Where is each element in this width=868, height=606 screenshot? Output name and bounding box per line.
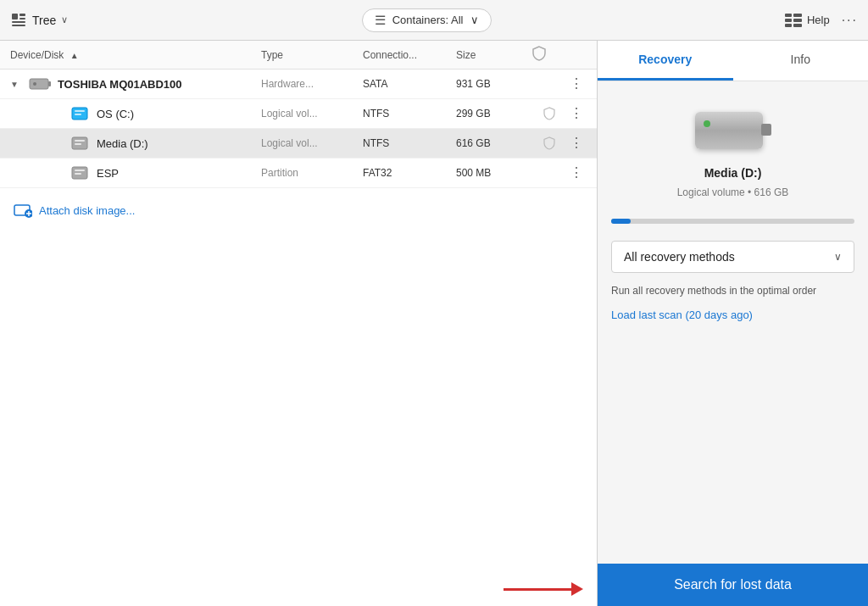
main-layout: Device/Disk ▲ Type Connectio... Size ▼ bbox=[0, 41, 868, 606]
connection-cell: SATA bbox=[363, 78, 456, 90]
drive-name: Media (D:) bbox=[704, 166, 762, 180]
tab-info[interactable]: Info bbox=[733, 41, 869, 81]
tree-menu-button[interactable]: Tree ∨ bbox=[10, 12, 68, 29]
recovery-dropdown-label: All recovery methods bbox=[624, 250, 735, 264]
svg-rect-0 bbox=[12, 14, 18, 19]
device-name-cell: Media (D:) bbox=[10, 136, 261, 151]
svg-rect-22 bbox=[75, 173, 81, 175]
tree-label: Tree bbox=[32, 14, 56, 27]
device-label: Media (D:) bbox=[97, 137, 148, 150]
left-panel: Device/Disk ▲ Type Connectio... Size ▼ bbox=[0, 41, 598, 606]
containers-label: Containers: All bbox=[392, 14, 464, 26]
hdd-icon bbox=[29, 76, 51, 92]
svg-rect-15 bbox=[75, 110, 85, 112]
table-row[interactable]: ESP Partition FAT32 500 MB ⋮ bbox=[0, 158, 597, 188]
red-arrow-container bbox=[0, 572, 597, 606]
svg-rect-21 bbox=[75, 170, 85, 171]
svg-rect-8 bbox=[793, 14, 802, 17]
col-size: Size bbox=[456, 49, 532, 61]
progress-bar-fill bbox=[611, 219, 631, 224]
type-cell: Logical vol... bbox=[261, 108, 363, 120]
containers-chevron-icon: ∨ bbox=[470, 14, 479, 26]
svg-rect-1 bbox=[19, 14, 25, 16]
tabs: Recovery Info bbox=[598, 41, 868, 81]
progress-bar bbox=[611, 219, 854, 224]
table-row[interactable]: ▼ TOSHIBA MQ01ABD100 Hardware... SATA 93… bbox=[0, 69, 597, 99]
device-name-cell: ▼ TOSHIBA MQ01ABD100 bbox=[10, 76, 261, 92]
svg-rect-10 bbox=[793, 24, 802, 27]
hdd-body bbox=[695, 112, 763, 149]
load-scan-link[interactable]: Load last scan (20 days ago) bbox=[611, 309, 854, 321]
svg-point-13 bbox=[33, 82, 36, 86]
recovery-methods-dropdown[interactable]: All recovery methods ∨ bbox=[611, 241, 854, 273]
shield-header-icon bbox=[532, 46, 546, 61]
red-arrow-line bbox=[504, 588, 571, 591]
partition-icon bbox=[71, 165, 90, 181]
device-name-cell: ESP bbox=[10, 165, 261, 181]
expand-arrow-icon[interactable]: ▼ bbox=[10, 80, 19, 89]
containers-icon: ☰ bbox=[375, 13, 386, 28]
svg-rect-6 bbox=[785, 19, 792, 22]
device-name-cell: OS (C:) bbox=[10, 106, 261, 121]
device-label: ESP bbox=[97, 167, 119, 180]
tab-recovery[interactable]: Recovery bbox=[598, 41, 733, 81]
tree-icon bbox=[10, 12, 27, 29]
drive-illustration bbox=[695, 112, 771, 159]
size-cell: 500 MB bbox=[456, 167, 532, 179]
row-more-button[interactable]: ⋮ bbox=[566, 107, 587, 120]
attach-disk-label: Attach disk image... bbox=[39, 204, 135, 217]
col-type: Type bbox=[261, 49, 363, 61]
row-more-icon: ⋮ bbox=[570, 166, 584, 180]
svg-rect-7 bbox=[785, 24, 792, 27]
size-cell: 931 GB bbox=[456, 78, 532, 90]
volume-icon bbox=[71, 136, 90, 151]
col-connection: Connectio... bbox=[363, 49, 456, 61]
connection-cell: FAT32 bbox=[363, 167, 456, 179]
svg-rect-11 bbox=[30, 79, 48, 89]
red-arrow-head bbox=[571, 582, 583, 596]
device-label: TOSHIBA MQ01ABD100 bbox=[58, 78, 182, 91]
table-body: ▼ TOSHIBA MQ01ABD100 Hardware... SATA 93… bbox=[0, 69, 597, 572]
shield-cell bbox=[532, 136, 566, 150]
connection-cell: NTFS bbox=[363, 108, 456, 120]
dropdown-chevron-icon: ∨ bbox=[834, 251, 842, 263]
col-device: Device/Disk ▲ bbox=[10, 49, 261, 61]
drive-visual: Media (D:) Logical volume • 616 GB bbox=[611, 98, 854, 205]
table-row[interactable]: Media (D:) Logical vol... NTFS 616 GB ⋮ bbox=[0, 129, 597, 158]
spacer bbox=[611, 331, 854, 547]
help-button[interactable]: Help bbox=[785, 14, 830, 27]
table-header: Device/Disk ▲ Type Connectio... Size bbox=[0, 41, 597, 69]
help-label: Help bbox=[807, 14, 830, 26]
toolbar-center: ☰ Containers: All ∨ bbox=[68, 8, 785, 32]
more-options-button[interactable]: ··· bbox=[842, 13, 858, 28]
row-more-button[interactable]: ⋮ bbox=[566, 166, 587, 180]
shield-cell bbox=[532, 107, 566, 120]
type-cell: Partition bbox=[261, 167, 363, 179]
row-more-button[interactable]: ⋮ bbox=[566, 136, 587, 150]
right-panel-content: Media (D:) Logical volume • 616 GB All r… bbox=[598, 81, 868, 564]
volume-icon bbox=[71, 106, 90, 121]
toolbar-right: Help ··· bbox=[785, 13, 858, 28]
table-row[interactable]: OS (C:) Logical vol... NTFS 299 GB ⋮ bbox=[0, 99, 597, 129]
help-icon bbox=[785, 14, 802, 27]
row-more-icon: ⋮ bbox=[570, 77, 584, 91]
svg-rect-12 bbox=[48, 81, 51, 86]
type-cell: Logical vol... bbox=[261, 137, 363, 149]
search-for-lost-data-button[interactable]: Search for lost data bbox=[598, 564, 868, 606]
svg-rect-2 bbox=[19, 18, 25, 19]
row-more-button[interactable]: ⋮ bbox=[566, 77, 587, 91]
connection-cell: NTFS bbox=[363, 137, 456, 149]
svg-rect-3 bbox=[12, 21, 25, 23]
svg-rect-18 bbox=[75, 140, 85, 142]
containers-button[interactable]: ☰ Containers: All ∨ bbox=[362, 8, 492, 32]
red-arrow bbox=[504, 582, 583, 596]
attach-disk-button[interactable]: Attach disk image... bbox=[0, 188, 597, 232]
svg-rect-16 bbox=[75, 114, 81, 115]
svg-rect-9 bbox=[793, 19, 802, 22]
right-panel: Recovery Info Media (D:) Logical volume … bbox=[598, 41, 868, 606]
more-icon: ··· bbox=[842, 13, 858, 27]
size-cell: 299 GB bbox=[456, 108, 532, 120]
drive-subtitle: Logical volume • 616 GB bbox=[677, 186, 789, 198]
sort-arrow-icon: ▲ bbox=[70, 51, 79, 60]
type-cell: Hardware... bbox=[261, 78, 363, 90]
